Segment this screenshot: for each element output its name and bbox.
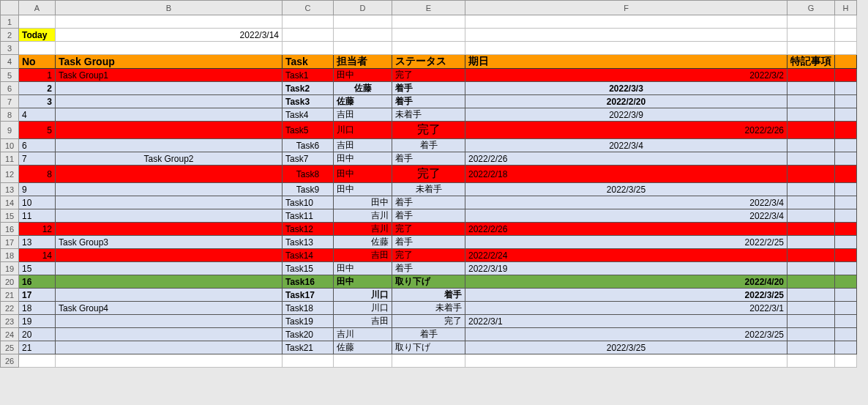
row-header[interactable]: 1 bbox=[1, 15, 19, 29]
cell-task[interactable]: Task9 bbox=[283, 183, 334, 196]
cell-task-group[interactable] bbox=[56, 223, 283, 236]
cell[interactable] bbox=[465, 42, 787, 55]
cell-due[interactable]: 2022/3/4 bbox=[465, 209, 787, 223]
row-header[interactable]: 5 bbox=[1, 69, 19, 82]
row-header[interactable]: 24 bbox=[1, 328, 19, 341]
cell-no[interactable]: 21 bbox=[19, 341, 56, 354]
row-header[interactable]: 7 bbox=[1, 95, 19, 108]
row-header[interactable]: 23 bbox=[1, 315, 19, 328]
cell[interactable] bbox=[835, 55, 857, 69]
cell[interactable] bbox=[19, 354, 56, 368]
today-label[interactable]: Today bbox=[19, 29, 56, 42]
row-header[interactable]: 16 bbox=[1, 223, 19, 236]
cell-notes[interactable] bbox=[787, 302, 835, 315]
cell-no[interactable]: 5 bbox=[19, 122, 56, 139]
cell[interactable] bbox=[283, 354, 334, 368]
cell-due[interactable]: 2022/3/25 bbox=[465, 183, 787, 196]
row-header[interactable]: 9 bbox=[1, 122, 19, 139]
row-header[interactable]: 18 bbox=[1, 249, 19, 262]
row-header[interactable]: 4 bbox=[1, 55, 19, 69]
cell-notes[interactable] bbox=[787, 196, 835, 209]
cell-notes[interactable] bbox=[787, 122, 835, 139]
cell-no[interactable]: 8 bbox=[19, 166, 56, 183]
cell[interactable] bbox=[392, 354, 465, 368]
cell-assignee[interactable]: 吉川 bbox=[334, 209, 392, 223]
row-header[interactable]: 2 bbox=[1, 29, 19, 42]
cell[interactable] bbox=[835, 15, 857, 29]
cell-no[interactable]: 11 bbox=[19, 209, 56, 223]
row-header[interactable]: 6 bbox=[1, 82, 19, 95]
cell-task[interactable]: Task10 bbox=[283, 196, 334, 209]
cell-notes[interactable] bbox=[787, 108, 835, 122]
cell-no[interactable]: 12 bbox=[19, 223, 56, 236]
cell-status[interactable]: 着手 bbox=[392, 152, 465, 166]
row-header[interactable]: 26 bbox=[1, 354, 19, 368]
cell[interactable] bbox=[334, 354, 392, 368]
cell-task[interactable]: Task11 bbox=[283, 209, 334, 223]
cell-notes[interactable] bbox=[787, 315, 835, 328]
cell[interactable] bbox=[835, 302, 857, 315]
cell-no[interactable]: 6 bbox=[19, 139, 56, 152]
cell-status[interactable]: 着手 bbox=[392, 328, 465, 341]
cell[interactable] bbox=[392, 42, 465, 55]
row-header[interactable]: 8 bbox=[1, 108, 19, 122]
cell[interactable] bbox=[787, 29, 835, 42]
cell-due[interactable]: 2022/2/24 bbox=[465, 249, 787, 262]
cell-task[interactable]: Task6 bbox=[283, 139, 334, 152]
cell[interactable] bbox=[835, 354, 857, 368]
cell[interactable] bbox=[835, 108, 857, 122]
header-no[interactable]: No bbox=[19, 55, 56, 69]
col-header-H[interactable]: H bbox=[835, 1, 857, 15]
cell-no[interactable]: 1 bbox=[19, 69, 56, 82]
cell[interactable] bbox=[465, 354, 787, 368]
cell-status[interactable]: 着手 bbox=[392, 82, 465, 95]
cell-notes[interactable] bbox=[787, 275, 835, 289]
cell-status[interactable]: 着手 bbox=[392, 236, 465, 249]
cell-no[interactable]: 14 bbox=[19, 249, 56, 262]
row-header[interactable]: 15 bbox=[1, 209, 19, 223]
cell-task-group[interactable]: Task Group2 bbox=[56, 152, 283, 166]
cell-status[interactable]: 完了 bbox=[392, 223, 465, 236]
cell-notes[interactable] bbox=[787, 209, 835, 223]
cell[interactable] bbox=[835, 122, 857, 139]
grid[interactable]: A B C D E F G H 12Today2022/3/1434NoTask… bbox=[0, 0, 857, 368]
cell-no[interactable]: 15 bbox=[19, 262, 56, 275]
cell[interactable] bbox=[835, 152, 857, 166]
cell-task-group[interactable]: Task Group3 bbox=[56, 236, 283, 249]
cell-notes[interactable] bbox=[787, 236, 835, 249]
cell-due[interactable]: 2022/3/25 bbox=[465, 328, 787, 341]
cell-assignee[interactable]: 吉田 bbox=[334, 249, 392, 262]
cell[interactable] bbox=[835, 166, 857, 183]
row-header[interactable]: 10 bbox=[1, 139, 19, 152]
cell-no[interactable]: 2 bbox=[19, 82, 56, 95]
cell-notes[interactable] bbox=[787, 249, 835, 262]
cell[interactable] bbox=[334, 29, 392, 42]
cell-due[interactable]: 2022/2/25 bbox=[465, 236, 787, 249]
cell-due[interactable]: 2022/2/18 bbox=[465, 166, 787, 183]
cell[interactable] bbox=[56, 354, 283, 368]
cell-status[interactable]: 着手 bbox=[392, 196, 465, 209]
row-header[interactable]: 20 bbox=[1, 275, 19, 289]
cell-no[interactable]: 13 bbox=[19, 236, 56, 249]
cell-status[interactable]: 着手 bbox=[392, 262, 465, 275]
cell-task-group[interactable] bbox=[56, 196, 283, 209]
cell-task-group[interactable] bbox=[56, 209, 283, 223]
cell-status[interactable]: 未着手 bbox=[392, 183, 465, 196]
cell-due[interactable]: 2022/3/2 bbox=[465, 69, 787, 82]
cell-notes[interactable] bbox=[787, 262, 835, 275]
row-header[interactable]: 21 bbox=[1, 289, 19, 302]
spreadsheet[interactable]: A B C D E F G H 12Today2022/3/1434NoTask… bbox=[0, 0, 857, 368]
cell-no[interactable]: 19 bbox=[19, 315, 56, 328]
cell-assignee[interactable]: 吉川 bbox=[334, 223, 392, 236]
cell[interactable] bbox=[283, 42, 334, 55]
cell-task-group[interactable] bbox=[56, 249, 283, 262]
cell[interactable] bbox=[835, 249, 857, 262]
cell-assignee[interactable]: 田中 bbox=[334, 152, 392, 166]
cell[interactable] bbox=[835, 328, 857, 341]
cell-no[interactable]: 4 bbox=[19, 108, 56, 122]
cell-task[interactable]: Task5 bbox=[283, 122, 334, 139]
cell[interactable] bbox=[835, 262, 857, 275]
cell-task-group[interactable] bbox=[56, 139, 283, 152]
cell-task[interactable]: Task14 bbox=[283, 249, 334, 262]
cell[interactable] bbox=[835, 139, 857, 152]
